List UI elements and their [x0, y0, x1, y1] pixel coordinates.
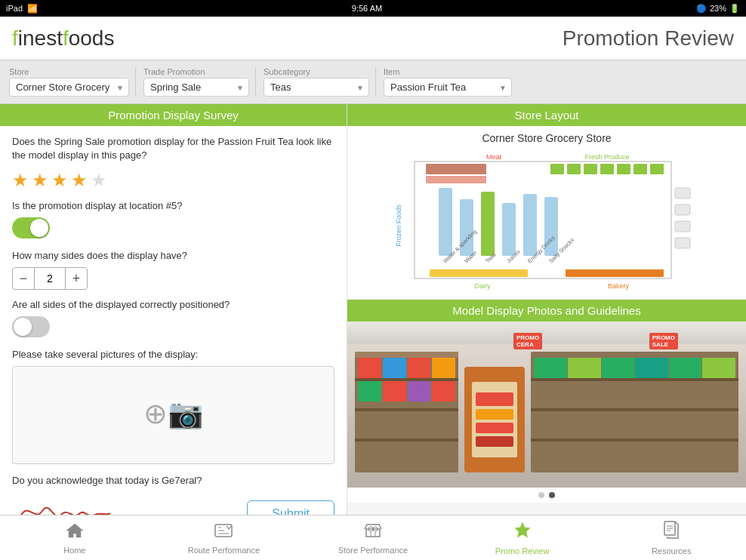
promo-sign-1: PROMOCERA [513, 333, 542, 349]
star-1[interactable]: ★ [12, 170, 29, 191]
battery-icon: 🔋 [729, 4, 740, 14]
toggle-2-wrap[interactable] [12, 316, 334, 340]
star-3[interactable]: ★ [51, 170, 68, 191]
ack-question: Do you acknowledge that today is Ge7eral… [12, 475, 334, 486]
product-2 [383, 358, 406, 378]
model-display-header: Model Display Photos and Guidelines [347, 300, 746, 322]
store-select-wrap[interactable]: Corner Store Grocery [9, 78, 129, 97]
product-8 [432, 381, 455, 402]
nav-store-label: Store Performance [338, 546, 408, 555]
store-chart-area: Corner Store Grocery Store Meat Fresh Pr… [347, 126, 746, 298]
dot-1[interactable] [538, 492, 544, 498]
nav-promo-review[interactable]: Promo Review [448, 521, 597, 555]
status-left: iPad 📶 [6, 4, 38, 14]
promotion-select[interactable]: Spring Sale [143, 78, 249, 97]
battery-label: 23% [710, 4, 726, 13]
star-5[interactable]: ★ [91, 170, 107, 191]
survey-question-3: How many sides does the display have? [12, 250, 334, 261]
product-6 [383, 381, 406, 402]
home-icon [65, 522, 85, 544]
promotion-filter-label: Trade Promotion [143, 67, 249, 76]
nav-route-performance[interactable]: Route Performance [150, 522, 299, 555]
shelf-right [531, 352, 738, 472]
logo-f: f [12, 26, 18, 50]
route-icon [214, 522, 233, 544]
nav-resources[interactable]: Resources [596, 521, 746, 555]
svg-rect-19 [523, 194, 537, 256]
nav-store-performance[interactable]: Store Performance [298, 522, 448, 555]
item-select[interactable]: Passion Fruit Tea [384, 78, 512, 97]
right-panel: Store Layout Corner Store Grocery Store … [347, 104, 746, 515]
stepper-minus-button[interactable]: − [12, 267, 35, 290]
nav-home[interactable]: Home [0, 522, 150, 555]
survey-panel: Promotion Display Survey Does the Spring… [0, 104, 347, 515]
product-4 [432, 358, 455, 378]
svg-rect-30 [675, 238, 690, 248]
promotion-select-wrap[interactable]: Spring Sale [143, 78, 249, 97]
store-layout-title: Corner Store Grocery Store [356, 132, 737, 144]
product-3 [408, 358, 431, 378]
toggle-2[interactable] [12, 316, 50, 337]
shelf-row-r1 [534, 358, 735, 378]
svg-text:Bakery: Bakery [608, 282, 630, 290]
svg-rect-18 [502, 203, 516, 256]
store-select[interactable]: Corner Store Grocery [9, 78, 129, 97]
store-map-container: Meat Fresh Produce Frozen Foods Dairy Ba… [356, 147, 737, 292]
star-4[interactable]: ★ [71, 170, 88, 191]
svg-rect-28 [675, 205, 690, 215]
store-filter-group: Store Corner Store Grocery [9, 67, 129, 97]
star-icon [512, 521, 533, 545]
item-filter-group: Item Passion Fruit Tea [375, 67, 512, 97]
store-layout-header: Store Layout [347, 104, 746, 126]
svg-rect-29 [675, 221, 690, 232]
bluetooth-icon: 🔵 [696, 4, 707, 14]
stepper-plus-button[interactable]: + [65, 267, 88, 290]
signature-area: Submit [12, 492, 334, 515]
shelf-area [355, 352, 738, 472]
item-select-wrap[interactable]: Passion Fruit Tea [384, 78, 512, 97]
store-layout-section: Store Layout Corner Store Grocery Store … [347, 104, 746, 298]
shelf-top [355, 352, 458, 358]
status-bar: iPad 📶 9:56 AM 🔵 23% 🔋 [0, 0, 746, 17]
star-2[interactable]: ★ [32, 170, 48, 191]
toggle-1[interactable] [12, 217, 50, 238]
svg-rect-15 [439, 188, 452, 256]
product-5 [358, 381, 381, 402]
subcategory-select-wrap[interactable]: Teas [264, 78, 369, 97]
wifi-icon: 📶 [27, 4, 38, 14]
survey-question-5: Please take several pictures of the disp… [12, 349, 334, 360]
survey-content: Does the Spring Sale promotion display f… [0, 126, 347, 515]
dot-2[interactable] [549, 492, 555, 498]
shelf-row-1 [358, 358, 455, 378]
filter-bar: Store Corner Store Grocery Trade Promoti… [0, 60, 746, 104]
carrier-label: iPad [6, 4, 23, 13]
store-filter-label: Store [9, 67, 129, 76]
subcategory-filter-label: Subcategory [264, 67, 369, 76]
nav-home-label: Home [63, 546, 85, 555]
promo-sign-2: PROMOSALE [649, 333, 678, 349]
camera-upload-area[interactable]: ⊕📷 [12, 366, 334, 464]
survey-header: Promotion Display Survey [0, 104, 347, 126]
promo-store-bg: PROMOCERA PROMOSALE [347, 322, 746, 488]
quantity-stepper[interactable]: − 2 + [12, 267, 334, 290]
rproduct-4 [635, 358, 668, 378]
svg-text:Dairy: Dairy [474, 282, 491, 290]
store-icon [363, 522, 383, 544]
nav-route-label: Route Performance [188, 546, 260, 555]
promo-label-2 [476, 409, 513, 420]
star-rating[interactable]: ★ ★ ★ ★ ★ [12, 170, 334, 191]
svg-rect-11 [600, 164, 614, 174]
svg-rect-10 [584, 164, 597, 174]
rproduct-2 [568, 358, 601, 378]
toggle-1-wrap[interactable] [12, 217, 334, 241]
shelf-divider-3 [355, 438, 458, 442]
subcategory-select[interactable]: Teas [264, 78, 369, 97]
carousel-dots [347, 488, 746, 503]
app-header: finestfoods Promotion Review [0, 17, 746, 60]
product-1 [358, 358, 381, 378]
promotion-filter-group: Trade Promotion Spring Sale [135, 67, 249, 97]
ceiling [347, 322, 746, 344]
logo-f2: f [63, 26, 69, 50]
subcategory-filter-group: Subcategory Teas [255, 67, 369, 97]
submit-button[interactable]: Submit [247, 500, 334, 515]
